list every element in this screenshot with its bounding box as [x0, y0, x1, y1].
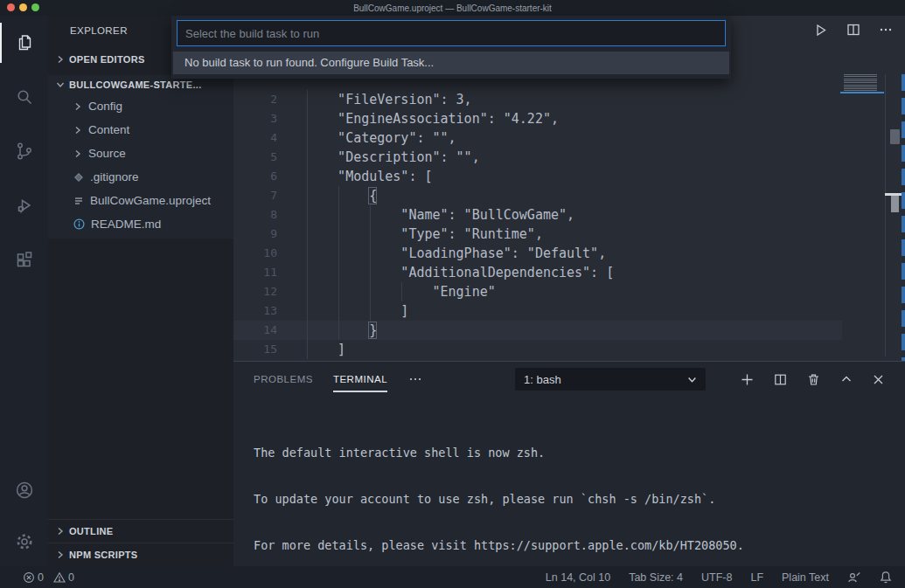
line-number: 6 [233, 167, 306, 186]
tab-size-status[interactable]: Tab Size: 4 [629, 571, 683, 584]
minimap-current-line [840, 92, 884, 93]
overview-ruler-divider [885, 74, 886, 356]
close-panel-icon[interactable] [873, 374, 884, 385]
line-number: 7 [233, 186, 306, 205]
line-number: 4 [233, 128, 306, 148]
run-and-debug-icon[interactable] [0, 178, 48, 232]
tree-item-label: Config [88, 100, 122, 113]
close-window-button[interactable] [7, 3, 15, 11]
indent-guide [307, 90, 308, 359]
code-editor[interactable]: 2 "FileVersion": 3, 3 "EngineAssociation… [233, 90, 842, 359]
section-outline[interactable]: OUTLINE [48, 519, 233, 543]
kill-terminal-trash-icon[interactable] [807, 373, 820, 386]
status-bar: 0 0 Ln 14, Col 10 Tab Size: 4 UTF-8 LF P… [0, 566, 905, 588]
line-text: { [306, 186, 377, 205]
line-text: "Category": "", [306, 128, 456, 148]
indent-guide [338, 186, 339, 340]
line-number: 2 [233, 90, 306, 109]
split-terminal-icon[interactable] [774, 373, 787, 386]
activity-bar [0, 16, 48, 566]
editor-scrollbar-thumb[interactable] [890, 129, 900, 144]
chevron-right-icon [56, 55, 65, 64]
search-icon[interactable] [0, 70, 48, 124]
language-mode-status[interactable]: Plain Text [782, 571, 829, 584]
code-line[interactable]: 11 "AdditionalDependencies": [ [233, 263, 842, 282]
terminal-shell-select[interactable]: 1: bash [515, 368, 706, 391]
source-control-icon[interactable] [0, 124, 48, 178]
section-npm-scripts[interactable]: NPM SCRIPTS [48, 543, 233, 566]
code-line[interactable]: 13 ] [233, 301, 842, 321]
code-line[interactable]: 15 ] [233, 340, 842, 359]
new-terminal-icon[interactable] [741, 373, 754, 386]
split-editor-icon[interactable] [846, 23, 860, 37]
run-build-icon[interactable] [813, 23, 828, 38]
indent-guide [401, 282, 402, 301]
titlebar[interactable]: BullCowGame.uproject — BullCowGame-start… [0, 0, 905, 16]
info-file-icon [73, 218, 85, 230]
quick-input-field[interactable] [178, 27, 725, 40]
bracket-match-highlight [368, 322, 377, 339]
error-icon [23, 571, 35, 584]
vscode-window: BullCowGame.uproject — BullCowGame-start… [0, 0, 905, 588]
code-line[interactable]: 9 "Type": "Runtime", [233, 225, 842, 244]
quick-input-overlay: No build task to run found. Configure Bu… [171, 16, 731, 79]
tree-item-label: Source [88, 147, 126, 160]
tree-item-content[interactable]: Content [48, 118, 233, 142]
line-number: 14 [233, 321, 306, 340]
tree-item-gitignore[interactable]: .gitignore [48, 165, 233, 189]
accounts-icon[interactable] [0, 463, 48, 517]
notifications-bell-icon[interactable] [880, 571, 892, 584]
terminal-output[interactable]: The default interactive shell is now zsh… [233, 397, 905, 588]
more-tabs-icon[interactable] [408, 372, 422, 386]
sidebar-explorer: EXPLORER OPEN EDITORS BULLCOWGAME-STARTE… [48, 16, 233, 566]
code-line[interactable]: 4 "Category": "", [233, 128, 842, 148]
code-line[interactable]: 10 "LoadingPhase": "Default", [233, 244, 842, 263]
tree-item-config[interactable]: Config [48, 94, 233, 118]
tree-item-label: .gitignore [90, 170, 139, 183]
eol-status[interactable]: LF [750, 571, 763, 584]
status-right: Ln 14, Col 10 Tab Size: 4 UTF-8 LF Plain… [546, 571, 892, 584]
tree-item-label: BullCowGame.uproject [90, 194, 211, 207]
maximize-panel-icon[interactable] [840, 373, 853, 385]
code-line[interactable]: 7 { [233, 186, 842, 205]
minimize-window-button[interactable] [19, 3, 27, 11]
error-count: 0 [38, 571, 44, 584]
code-line[interactable]: 6 "Modules": [ [233, 167, 842, 186]
more-actions-icon[interactable] [879, 23, 893, 37]
line-number: 12 [233, 282, 306, 301]
zoom-window-button[interactable] [31, 3, 39, 11]
code-line[interactable]: 5 "Description": "", [233, 148, 842, 167]
encoding-status[interactable]: UTF-8 [701, 571, 732, 584]
feedback-icon[interactable] [847, 571, 861, 584]
shell-select-value: 1: bash [524, 373, 561, 386]
code-line[interactable]: 12 "Engine" [233, 282, 842, 301]
line-number: 10 [233, 244, 306, 263]
code-line-current[interactable]: 14 } [233, 321, 842, 340]
extensions-icon[interactable] [0, 232, 48, 287]
code-line[interactable]: 8 "Name": "BullCowGame", [233, 205, 842, 225]
folder-section: BULLCOWGAME-STARTE... Config Content Sou… [48, 75, 233, 239]
screen-edge-artifact [902, 74, 905, 363]
minimap[interactable] [844, 74, 877, 93]
line-number: 9 [233, 225, 306, 244]
scroll-decoration-handle[interactable] [891, 196, 899, 212]
settings-gear-icon[interactable] [0, 517, 48, 566]
problems-status[interactable]: 0 0 [23, 571, 74, 584]
text-file-icon [73, 196, 84, 206]
tree-item-readme[interactable]: README.md [48, 212, 233, 236]
tree-item-source[interactable]: Source [48, 142, 233, 165]
tree-item-uproject[interactable]: BullCowGame.uproject [48, 189, 233, 212]
code-line[interactable]: 3 "EngineAssociation": "4.22", [233, 109, 842, 128]
indent-guide [370, 205, 371, 321]
explorer-icon[interactable] [0, 16, 48, 70]
terminal-line: For more details, please visit https://s… [254, 538, 905, 554]
line-text: "FileVersion": 3, [306, 90, 472, 109]
tab-problems[interactable]: PROBLEMS [254, 374, 313, 384]
cursor-position-status[interactable]: Ln 14, Col 10 [546, 571, 610, 584]
chevron-right-icon [73, 102, 82, 111]
code-line[interactable]: 2 "FileVersion": 3, [233, 90, 842, 109]
quick-input-result-item[interactable]: No build task to run found. Configure Bu… [173, 52, 729, 74]
line-text: "Modules": [ [306, 167, 433, 186]
window-controls [7, 3, 39, 11]
tab-terminal[interactable]: TERMINAL [333, 374, 387, 384]
